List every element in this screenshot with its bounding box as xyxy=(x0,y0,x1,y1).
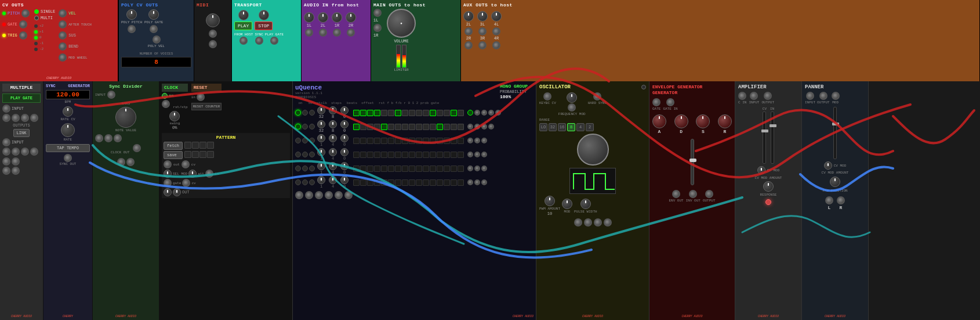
step-r2-12[interactable] xyxy=(430,124,436,130)
row1-so-btn[interactable] xyxy=(302,110,308,116)
row3-beats-knob[interactable] xyxy=(329,134,337,142)
step-r4-1[interactable] xyxy=(353,152,360,158)
step-r2-10[interactable] xyxy=(416,124,422,130)
step-r1-16[interactable] xyxy=(458,110,464,116)
row6-beats-knob[interactable] xyxy=(329,176,337,184)
step-r3-6[interactable] xyxy=(388,138,394,144)
step-r3-1[interactable] xyxy=(353,138,360,144)
step-r6-2[interactable] xyxy=(360,179,366,186)
freq-mod-knob[interactable] xyxy=(567,92,577,103)
row3-on-led[interactable] xyxy=(295,138,301,143)
step-r6-12[interactable] xyxy=(430,179,436,186)
pulse-width-knob[interactable] xyxy=(580,199,591,209)
pan-fader[interactable] xyxy=(832,123,839,125)
step-r5-8[interactable] xyxy=(402,166,408,172)
out-knob-2[interactable] xyxy=(173,188,181,196)
mod-knob[interactable] xyxy=(562,199,572,209)
att-knob[interactable] xyxy=(188,170,197,178)
row6-offset-knob[interactable] xyxy=(340,176,349,184)
step-r1-1[interactable] xyxy=(353,110,360,116)
step-r6-14[interactable] xyxy=(444,179,450,186)
step-r1-7[interactable] xyxy=(395,110,401,116)
row5-steps-knob[interactable] xyxy=(317,162,325,170)
step-r6-4[interactable] xyxy=(374,179,380,186)
step-r5-9[interactable] xyxy=(409,166,415,172)
row3-so-btn[interactable] xyxy=(302,138,308,143)
step-r5-5[interactable] xyxy=(381,166,387,172)
save-btn[interactable]: save xyxy=(164,151,183,159)
step-r4-15[interactable] xyxy=(451,152,457,158)
step-r6-3[interactable] xyxy=(367,179,373,186)
step-r1-10[interactable] xyxy=(416,110,422,116)
step-r6-9[interactable] xyxy=(409,179,415,186)
step-r4-5[interactable] xyxy=(381,152,387,158)
transport-knob-2[interactable] xyxy=(259,10,269,20)
row5-on-led[interactable] xyxy=(295,166,301,171)
row2-so-btn[interactable] xyxy=(302,124,308,130)
step-r3-10[interactable] xyxy=(416,138,422,144)
step-r5-2[interactable] xyxy=(360,166,366,172)
sync-div-knob[interactable] xyxy=(115,107,136,128)
step-r3-12[interactable] xyxy=(430,138,436,144)
multi-radio[interactable] xyxy=(34,16,39,20)
step-r1-13[interactable] xyxy=(437,110,443,116)
pan-cv-mod-knob[interactable] xyxy=(824,161,832,170)
step-r2-8[interactable] xyxy=(402,124,408,130)
step-r6-16[interactable] xyxy=(458,179,464,186)
step-r3-7[interactable] xyxy=(395,138,401,144)
single-radio[interactable] xyxy=(34,9,39,14)
pat-btn-8[interactable] xyxy=(207,151,214,158)
step-r2-6[interactable] xyxy=(388,124,394,130)
step-r4-7[interactable] xyxy=(395,152,401,158)
step-r3-11[interactable] xyxy=(423,138,429,144)
adsr-a-knob[interactable] xyxy=(652,114,666,128)
step-r6-15[interactable] xyxy=(451,179,457,186)
step-r2-2[interactable] xyxy=(360,124,366,130)
poly-pitch-knob[interactable] xyxy=(126,9,137,20)
row5-xtclk-btn[interactable] xyxy=(309,166,315,171)
step-r4-12[interactable] xyxy=(430,152,436,158)
step-r5-6[interactable] xyxy=(388,166,394,172)
row3-offset-knob[interactable] xyxy=(340,134,349,142)
step-r5-7[interactable] xyxy=(395,166,401,172)
aux-knob-4l[interactable] xyxy=(491,11,502,21)
row5-beats-knob[interactable] xyxy=(329,162,337,170)
step-r5-13[interactable] xyxy=(437,166,443,172)
tap-tempo-btn[interactable]: TAP TEMPO xyxy=(46,144,90,152)
step-r1-9[interactable] xyxy=(409,110,415,116)
swing-knob[interactable] xyxy=(169,111,180,121)
row1-steps-knob[interactable] xyxy=(317,106,325,114)
audio-in-knob-2[interactable] xyxy=(318,12,328,23)
step-r2-16[interactable] xyxy=(458,124,464,130)
pwm-knob[interactable] xyxy=(545,196,555,206)
row1-xtclk-btn[interactable] xyxy=(309,110,315,116)
row5-so-btn[interactable] xyxy=(302,166,308,171)
step-r5-16[interactable] xyxy=(458,166,464,172)
pat-btn-3[interactable] xyxy=(199,142,206,149)
step-r4-8[interactable] xyxy=(402,152,408,158)
step-r3-15[interactable] xyxy=(451,138,457,144)
step-r3-4[interactable] xyxy=(374,138,380,144)
range-2[interactable]: 2 xyxy=(586,123,594,131)
row6-xtclk-btn[interactable] xyxy=(309,179,315,185)
range-16[interactable]: 16 xyxy=(558,123,566,131)
step-r1-14[interactable] xyxy=(444,110,450,116)
step-r2-13[interactable] xyxy=(437,124,443,130)
row4-so-btn[interactable] xyxy=(302,152,308,157)
step-r6-6[interactable] xyxy=(388,179,394,186)
row4-offset-knob[interactable] xyxy=(340,148,349,156)
step-r1-2[interactable] xyxy=(360,110,366,116)
step-r1-5[interactable] xyxy=(381,110,387,116)
env-fader[interactable] xyxy=(689,159,696,162)
step-r4-6[interactable] xyxy=(388,152,394,158)
amp-cv-mod-knob[interactable] xyxy=(757,166,765,174)
pat-btn-1[interactable] xyxy=(184,142,191,149)
adsr-r-knob[interactable] xyxy=(718,114,732,128)
row4-steps-knob[interactable] xyxy=(317,148,325,156)
range-4[interactable]: 4 xyxy=(576,123,585,131)
step-r6-8[interactable] xyxy=(402,179,408,186)
volume-knob[interactable]: ● xyxy=(387,9,416,38)
range-lo[interactable]: LO xyxy=(539,123,547,131)
row1-offset-knob[interactable] xyxy=(340,106,349,114)
step-r4-11[interactable] xyxy=(423,152,429,158)
